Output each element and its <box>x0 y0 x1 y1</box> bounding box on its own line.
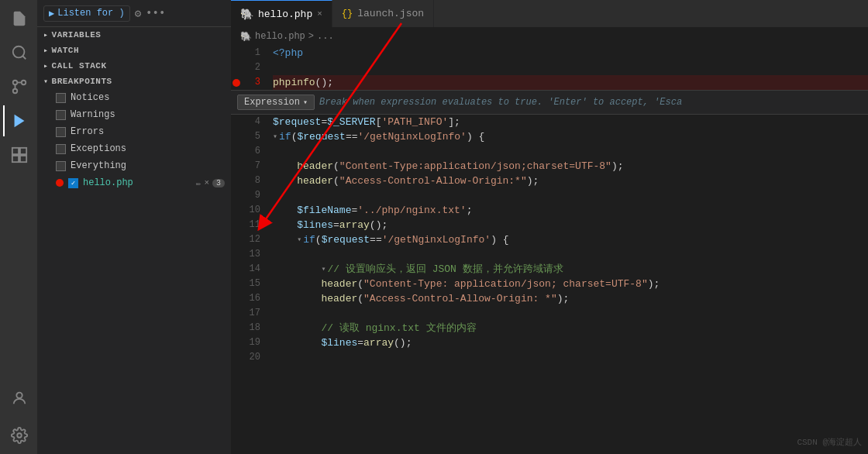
code-editor[interactable]: 4 5 6 7 8 9 10 11 12 13 14 15 16 17 18 1… <box>231 115 868 454</box>
code-lines-main: $request = $_SERVER['PATH_INFO']; ▾if ($… <box>270 115 868 454</box>
callstack-section-header[interactable]: CALL STACK <box>37 58 231 74</box>
tab-hello-php-label: hello.php <box>258 9 312 20</box>
debug-gear-icon[interactable]: ⚙ <box>135 7 141 20</box>
activity-bar <box>0 0 37 454</box>
bp-everything-label: Everything <box>71 160 126 171</box>
main-content: 🐘 hello.php × {} launch.json 🐘 hello.php… <box>231 0 868 454</box>
expression-dropdown[interactable]: Expression ▾ <box>237 95 315 110</box>
code-line-14: ▾// 设置响应头，返回 JSON 数据，并允许跨域请求 <box>273 262 868 277</box>
code-line-5: ▾if ($request == '/getNginxLogInfo') { <box>273 129 868 144</box>
search-icon[interactable] <box>3 37 34 68</box>
code-line-10: $fileName = '../php/nginx.txt'; <box>273 203 868 218</box>
callstack-chevron <box>43 61 49 71</box>
settings-icon[interactable] <box>3 420 34 451</box>
json-file-icon: {} <box>342 9 353 19</box>
bp-everything-checkbox[interactable] <box>56 161 66 171</box>
callstack-label: CALL STACK <box>52 61 107 71</box>
code-line-13 <box>273 247 868 262</box>
bp-warnings-item[interactable]: Warnings <box>37 106 231 123</box>
files-icon[interactable] <box>3 3 34 34</box>
line-2: 2 <box>231 60 260 75</box>
expression-bar: Expression ▾ Break when expression evalu… <box>231 90 868 115</box>
bp-exceptions-label: Exceptions <box>71 143 126 154</box>
debug-icon[interactable] <box>3 105 34 136</box>
line-19: 19 <box>231 335 260 350</box>
listen-for-button[interactable]: ▶ Listen for ) <box>43 5 130 22</box>
watch-chevron <box>43 46 49 55</box>
breadcrumb-file[interactable]: hello.php <box>255 31 305 42</box>
bp-errors-checkbox[interactable] <box>56 127 66 137</box>
variables-chevron <box>43 30 49 40</box>
watermark: CSDN @海淀超人 <box>797 436 862 448</box>
debug-toolbar: ▶ Listen for ) ⚙ ••• <box>37 0 231 27</box>
file-bp-item[interactable]: hello.php ✏ × 3 <box>37 174 231 191</box>
code-line-9 <box>273 188 868 203</box>
line-1: 1 <box>231 46 260 60</box>
svg-point-13 <box>17 433 22 438</box>
account-icon[interactable] <box>3 383 34 414</box>
tab-launch-json[interactable]: {} launch.json <box>332 0 434 27</box>
code-line-4: $request = $_SERVER['PATH_INFO']; <box>273 115 868 129</box>
code-line-15: header("Content-Type: application/json; … <box>273 277 868 291</box>
line-4: 4 <box>231 115 260 129</box>
file-bp-badge: 3 <box>212 179 225 187</box>
line-6: 6 <box>231 144 260 159</box>
code-line-17 <box>273 306 868 321</box>
bp-warnings-checkbox[interactable] <box>56 110 66 120</box>
tab-launch-json-label: launch.json <box>357 8 424 19</box>
line-3: 3 <box>231 75 260 90</box>
bp-errors-item[interactable]: Errors <box>37 123 231 140</box>
bp-notices-checkbox[interactable] <box>56 93 66 103</box>
debug-more-icon[interactable]: ••• <box>146 7 165 19</box>
line-17: 17 <box>231 306 260 321</box>
code-line-3: phpinfo(); <box>273 75 868 90</box>
breakpoint-dot <box>56 179 64 187</box>
bp-everything-item[interactable]: Everything <box>37 157 231 174</box>
line-numbers-main: 4 5 6 7 8 9 10 11 12 13 14 15 16 17 18 1… <box>231 115 270 454</box>
code-line-1: <?php <box>273 46 868 60</box>
code-line-11: $lines = array(); <box>273 218 868 232</box>
tab-hello-php-close[interactable]: × <box>317 9 322 19</box>
breakpoints-chevron <box>43 77 49 86</box>
play-icon: ▶ <box>49 8 54 19</box>
tab-hello-php[interactable]: 🐘 hello.php × <box>231 0 332 27</box>
tabs-bar: 🐘 hello.php × {} launch.json <box>231 0 868 27</box>
svg-point-12 <box>16 393 22 398</box>
svg-point-3 <box>13 89 18 94</box>
file-bp-close-icon[interactable]: × <box>204 178 209 187</box>
watch-section-header[interactable]: WATCH <box>37 43 231 58</box>
listen-label: Listen for ) <box>57 8 124 19</box>
code-line-16: header("Access-Control-Allow-Origin: *")… <box>273 291 868 306</box>
extensions-icon[interactable] <box>3 139 34 170</box>
svg-rect-11 <box>20 156 26 162</box>
line-16: 16 <box>231 291 260 306</box>
bp-exceptions-checkbox[interactable] <box>56 144 66 154</box>
line-15: 15 <box>231 277 260 291</box>
breakpoints-section-header[interactable]: BREAKPOINTS <box>37 74 231 89</box>
line-11: 11 <box>231 218 260 232</box>
breadcrumb-path: ... <box>317 31 334 42</box>
file-bp-action-icons: ✏ × 3 <box>196 178 225 188</box>
file-bp-checkbox[interactable] <box>68 178 78 188</box>
line-8: 8 <box>231 174 260 188</box>
svg-rect-9 <box>20 148 26 154</box>
code-line-20 <box>273 350 868 365</box>
variables-section-header[interactable]: VARIABLES <box>37 27 231 43</box>
code-line-19: $lines = array(); <box>273 335 868 350</box>
bp-errors-label: Errors <box>71 126 104 137</box>
code-line-12: ▾if ($request == '/getNginxLogInfo') { <box>273 232 868 247</box>
bp-notices-item[interactable]: Notices <box>37 89 231 106</box>
expression-label: Expression <box>244 97 300 108</box>
breakpoints-label: BREAKPOINTS <box>52 77 112 86</box>
svg-line-1 <box>22 56 26 59</box>
bp-exceptions-item[interactable]: Exceptions <box>37 140 231 157</box>
line-13: 13 <box>231 247 260 262</box>
line-14: 14 <box>231 262 260 277</box>
svg-point-2 <box>13 81 18 85</box>
code-line-6 <box>273 144 868 159</box>
breadcrumb: 🐘 hello.php > ... <box>231 27 868 46</box>
source-control-icon[interactable] <box>3 71 34 102</box>
line-9: 9 <box>231 188 260 203</box>
file-bp-edit-icon[interactable]: ✏ <box>196 178 202 188</box>
expression-hint: Break when expression evaluates to true.… <box>319 97 682 108</box>
